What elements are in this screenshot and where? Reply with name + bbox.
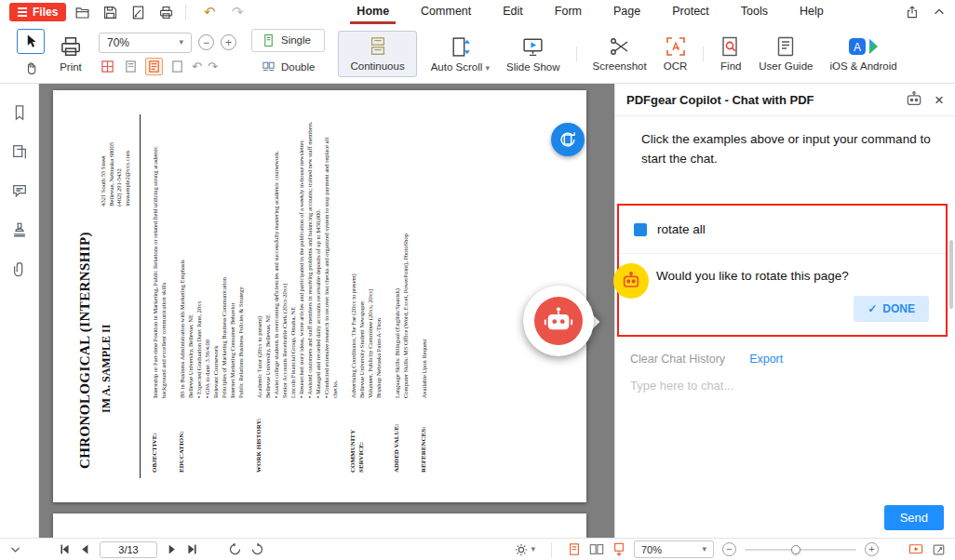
tab-home[interactable]: Home — [341, 0, 405, 24]
rotate-view-left-icon[interactable]: ↶ — [192, 60, 202, 73]
bookmarks-panel-icon[interactable] — [11, 104, 28, 121]
done-button[interactable]: ✓ DONE — [854, 296, 929, 322]
sign-document-icon[interactable] — [126, 2, 150, 22]
double-page-button[interactable]: Double — [251, 56, 325, 79]
find-label: Find — [720, 60, 741, 72]
tab-form[interactable]: Form — [539, 0, 598, 24]
tab-tools[interactable]: Tools — [725, 0, 784, 24]
export-link[interactable]: Export — [749, 353, 783, 366]
screenshot-button[interactable]: Screenshot — [585, 35, 655, 72]
ios-android-button[interactable]: A iOS & Android — [821, 35, 905, 72]
single-page-view-icon[interactable] — [568, 542, 581, 556]
copilot-robot-icon[interactable] — [905, 90, 923, 109]
hand-tool-button[interactable] — [17, 57, 45, 79]
user-message-text: rotate all — [657, 222, 706, 236]
double-page-icon — [262, 60, 276, 74]
quick-convert-button[interactable] — [551, 123, 585, 156]
fit-width-icon[interactable] — [122, 58, 140, 75]
zoom-in-button[interactable]: + — [221, 34, 236, 50]
slide-show-button[interactable]: Slide Show — [498, 35, 569, 73]
find-icon — [720, 35, 742, 58]
redo-icon[interactable]: ↷ — [225, 2, 249, 22]
fullscreen-icon[interactable] — [932, 543, 946, 556]
share-icon[interactable] — [905, 5, 920, 20]
statusbar-zoom-in-button[interactable]: + — [865, 542, 879, 556]
send-button[interactable]: Send — [884, 505, 944, 530]
user-message-row: rotate all — [619, 206, 946, 253]
collapse-panel-icon[interactable] — [9, 543, 21, 555]
user-avatar-icon — [634, 223, 647, 236]
tab-comment[interactable]: Comment — [405, 0, 487, 24]
done-button-label: DONE — [882, 302, 915, 315]
resume-section: WORK HISTORY:Academic Tutor (20xx to pre… — [255, 120, 339, 473]
statusbar-zoom-value: 70% — [641, 544, 662, 555]
double-page-label: Double — [281, 61, 315, 73]
user-guide-button[interactable]: User Guide — [750, 35, 821, 72]
chevron-down-icon: ▾ — [531, 545, 535, 553]
chat-message-group: rotate all Would you like to rotate this… — [617, 204, 948, 337]
rotate-left-icon[interactable] — [228, 542, 242, 556]
single-page-button[interactable]: Single — [251, 29, 325, 52]
continuous-scroll-button[interactable]: Continuous — [338, 31, 416, 77]
page-number-input[interactable]: 3/13 — [100, 541, 157, 558]
close-panel-icon[interactable]: × — [935, 92, 944, 108]
open-file-icon[interactable] — [70, 2, 94, 22]
files-button[interactable]: Files — [9, 3, 66, 21]
scroll-view-icon[interactable] — [612, 542, 625, 556]
chat-scrollbar[interactable] — [949, 240, 953, 309]
tab-protect[interactable]: Protect — [656, 0, 725, 24]
ocr-icon — [665, 35, 687, 58]
print-button[interactable]: Print — [50, 34, 91, 73]
user-guide-label: User Guide — [759, 60, 813, 72]
thumbnails-panel-icon[interactable] — [11, 143, 28, 160]
previous-page-button[interactable] — [79, 543, 91, 555]
pdf-page-3[interactable]: CHRONOLOGICAL (INTERNSHIP) IM A. SAMPLE … — [53, 90, 586, 502]
ocr-button[interactable]: OCR — [655, 35, 696, 72]
two-page-view-icon[interactable] — [589, 542, 604, 556]
print-large-icon — [59, 34, 83, 59]
fit-page-icon[interactable] — [99, 58, 116, 75]
print-icon[interactable] — [154, 2, 178, 22]
bot-message-text: Would you like to rotate this page? — [656, 269, 849, 283]
attachments-panel-icon[interactable] — [11, 260, 28, 277]
zoom-slider-thumb[interactable] — [791, 545, 800, 554]
actual-size-icon[interactable] — [145, 58, 163, 75]
zoom-slider[interactable] — [745, 543, 856, 556]
presentation-mode-icon[interactable] — [908, 543, 923, 556]
select-tool-button[interactable] — [17, 29, 45, 54]
resume-section-body: Advertising Coordinator, The Fae (20xx t… — [349, 120, 383, 398]
signature-panel-icon[interactable] — [11, 221, 28, 238]
auto-scroll-button[interactable]: Auto Scroll ▾ — [423, 35, 498, 73]
cursor-icon — [23, 33, 38, 48]
zoom-out-button[interactable]: − — [198, 34, 214, 50]
last-page-button[interactable] — [186, 543, 198, 555]
pdf-page-4-partial[interactable] — [53, 513, 586, 538]
statusbar-separator — [551, 542, 552, 557]
collapse-toolbar-icon[interactable] — [933, 6, 946, 19]
find-button[interactable]: Find — [711, 35, 750, 72]
brightness-button[interactable]: ▾ — [515, 543, 535, 556]
clear-chat-history-link[interactable]: Clear Chat History — [630, 353, 725, 366]
comments-panel-icon[interactable] — [11, 182, 28, 199]
statusbar-zoom-out-button[interactable]: − — [722, 542, 736, 556]
resume-sections: OBJECTIVE:Internship or Part-time Positi… — [151, 90, 428, 502]
resume-section-body: Available Upon Request — [420, 120, 428, 398]
first-page-button[interactable] — [59, 543, 71, 555]
zoom-dropdown[interactable]: 70% ▾ — [99, 33, 192, 53]
save-icon[interactable] — [98, 2, 122, 22]
tab-page[interactable]: Page — [598, 0, 656, 24]
tab-help[interactable]: Help — [784, 0, 840, 24]
document-area[interactable]: CHRONOLOGICAL (INTERNSHIP) IM A. SAMPLE … — [39, 84, 614, 538]
statusbar-zoom-dropdown[interactable]: 70% ▾ — [634, 540, 714, 558]
tab-edit[interactable]: Edit — [487, 0, 539, 24]
rotate-view-right-icon[interactable]: ↷ — [208, 60, 218, 73]
rotate-right-icon[interactable] — [250, 542, 264, 556]
menu-icon — [18, 7, 27, 17]
fit-visible-icon[interactable] — [168, 58, 186, 75]
files-button-label: Files — [33, 6, 58, 19]
resume-title: CHRONOLOGICAL (INTERNSHIP) — [53, 90, 93, 502]
resume-section-label: COMMUNITY SERVICE: — [349, 398, 383, 473]
robot-icon — [543, 305, 574, 337]
next-page-button[interactable] — [166, 543, 178, 555]
undo-icon[interactable]: ↶ — [197, 2, 222, 22]
